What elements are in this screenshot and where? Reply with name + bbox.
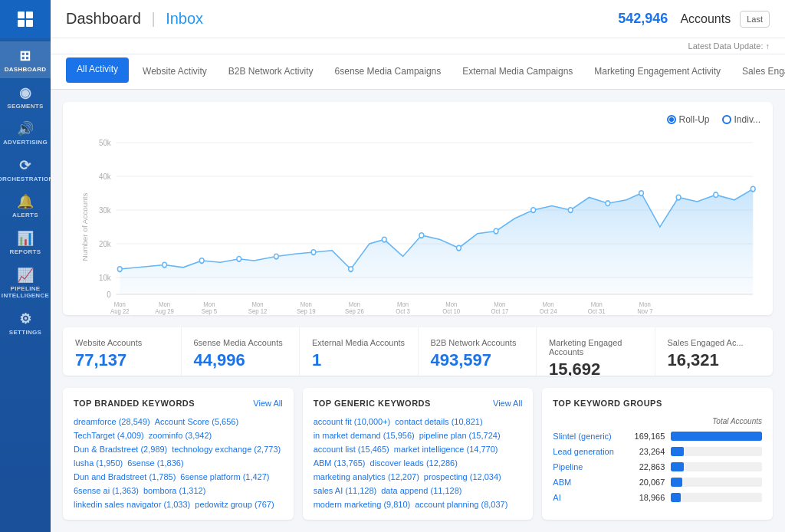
branded-keyword-tag[interactable]: Dun and Bradstreet (1,785)	[74, 472, 176, 481]
date-range-button[interactable]: Last	[740, 11, 770, 28]
sidebar-item-advertising[interactable]: 🔊 ADVERTISING	[0, 114, 51, 151]
sidebar-item-settings[interactable]: ⚙ SETTINGS	[0, 304, 51, 341]
metric-website-value: 77,137	[75, 350, 169, 370]
alerts-icon: 🔔	[17, 195, 34, 209]
sidebar-item-label: ADVERTISING	[3, 139, 48, 146]
generic-keyword-tag[interactable]: prospecting (12,034)	[424, 472, 501, 481]
pipeline-icon: 📈	[17, 268, 34, 282]
generic-keyword-tag[interactable]: sales AI (11,128)	[314, 486, 377, 495]
branded-keyword-tag[interactable]: pedowitz group (767)	[195, 500, 274, 509]
branded-keyword-tag[interactable]: TechTarget (4,009)	[74, 431, 144, 440]
svg-point-17	[311, 250, 316, 255]
keyword-groups-column-header: Total Accounts	[553, 417, 762, 425]
branded-keyword-tag[interactable]: 6sense platform (1,427)	[180, 472, 269, 481]
sidebar-item-alerts[interactable]: 🔔 ALERTS	[0, 187, 51, 224]
orchestration-icon: ⟳	[19, 159, 31, 172]
branded-keyword-tag[interactable]: Dun & Bradstreet (2,989)	[74, 445, 167, 454]
metrics-row: Website Accounts 77,137 6sense Media Acc…	[63, 327, 773, 376]
tab-sales-engagement[interactable]: Sales Engagement Activi...	[731, 57, 785, 88]
svg-text:10k: 10k	[99, 274, 111, 283]
metric-6sense-value: 44,996	[194, 350, 287, 370]
individual-option[interactable]: Indiv...	[722, 114, 760, 125]
branded-keyword-tag[interactable]: dreamforce (28,549)	[74, 417, 150, 426]
sidebar-item-reports[interactable]: 📊 REPORTS	[0, 224, 51, 261]
sidebar-logo[interactable]	[0, 0, 51, 38]
generic-keyword-tag[interactable]: modern marketing (9,810)	[314, 500, 411, 509]
content-area: Roll-Up Indiv...	[51, 90, 785, 532]
metric-website: Website Accounts 77,137	[63, 327, 182, 376]
keyword-group-bar	[671, 462, 684, 471]
sidebar-item-pipeline[interactable]: 📈 PIPELINE INTELLIGENCE	[0, 261, 51, 304]
svg-text:Sep 19: Sep 19	[297, 307, 316, 316]
individual-label: Indiv...	[734, 114, 760, 125]
metric-external-value: 1	[312, 350, 406, 370]
branded-keyword-tag[interactable]: zoominfo (3,942)	[149, 431, 212, 440]
generic-keyword-tag[interactable]: data append (11,128)	[381, 486, 461, 495]
metric-b2b-label: B2B Network Accounts	[431, 338, 524, 347]
grid-icon	[18, 11, 33, 27]
keyword-group-bar-container	[671, 462, 762, 471]
keyword-group-name[interactable]: AI	[553, 493, 622, 502]
svg-text:Oct 17: Oct 17	[491, 307, 508, 316]
branded-keyword-tag[interactable]: 6sense ai (1,363)	[74, 486, 139, 495]
generic-keyword-tag[interactable]: account planning (8,037)	[415, 500, 507, 509]
generic-keyword-tag[interactable]: discover leads (12,286)	[370, 458, 458, 468]
svg-point-24	[568, 208, 573, 213]
metric-6sense-media: 6sense Media Accounts 44,996	[182, 327, 301, 376]
generic-keyword-tag[interactable]: account fit (10,000+)	[314, 417, 391, 426]
tab-b2b-network[interactable]: B2B Network Activity	[218, 57, 324, 88]
generic-keyword-tag[interactable]: in market demand (15,956)	[314, 431, 415, 440]
keyword-group-name[interactable]: Slintel (generic)	[553, 432, 622, 441]
latest-update-bar: Latest Data Update: ↑	[51, 38, 785, 54]
branded-keyword-tag[interactable]: 6sense (1,836)	[127, 458, 183, 468]
branded-keywords-view-all[interactable]: View All	[253, 399, 282, 408]
keyword-group-row: ABM20,067	[553, 478, 762, 487]
accounts-count: 542,946	[618, 11, 668, 27]
svg-text:Sep 26: Sep 26	[345, 307, 364, 316]
tab-marketing-engagement[interactable]: Marketing Engagement Activity	[583, 57, 731, 88]
branded-keyword-tag[interactable]: technology exchange (2,773)	[172, 445, 281, 454]
generic-keywords-panel: TOP GENERIC KEYWORDS View All account fi…	[303, 388, 534, 520]
sidebar-item-dashboard[interactable]: ⊞ DASHBOARD	[0, 41, 51, 78]
keyword-group-bar	[671, 493, 681, 502]
metric-sales-engaged: Sales Engaged Ac... 16,321	[655, 327, 774, 376]
branded-keywords-panel: TOP BRANDED KEYWORDS View All dreamforce…	[63, 388, 294, 520]
branded-keyword-tag[interactable]: Account Score (5,656)	[155, 417, 238, 426]
generic-keyword-tag[interactable]: account list (15,465)	[314, 445, 389, 454]
generic-keyword-tag[interactable]: contact details (10,821)	[395, 417, 482, 426]
generic-keyword-tag[interactable]: pipeline plan (15,724)	[419, 431, 501, 440]
generic-keyword-tag[interactable]: market intelligence (14,770)	[394, 445, 498, 454]
svg-point-21	[457, 245, 461, 251]
generic-keyword-tag[interactable]: marketing analytics (12,207)	[314, 472, 419, 481]
svg-point-29	[751, 186, 755, 192]
branded-keyword-tag[interactable]: bombora (1,312)	[143, 486, 205, 495]
generic-keyword-tag[interactable]: ABM (13,765)	[314, 458, 366, 468]
svg-text:Number of Accounts: Number of Accounts	[81, 192, 88, 261]
branded-keyword-tag[interactable]: linkedin sales navigator (1,033)	[74, 500, 190, 509]
rollup-radio[interactable]	[667, 115, 676, 124]
tab-external-media[interactable]: External Media Campaigns	[452, 57, 583, 88]
tab-6sense-media[interactable]: 6sense Media Campaigns	[324, 57, 452, 88]
svg-text:Oct 3: Oct 3	[396, 307, 410, 316]
individual-radio[interactable]	[722, 115, 731, 124]
keyword-group-bar-container	[671, 447, 762, 456]
keyword-group-name[interactable]: Lead generation	[553, 447, 622, 456]
sidebar-item-orchestration[interactable]: ⟳ ORCHESTRATION	[0, 151, 51, 188]
svg-text:Sep 5: Sep 5	[202, 307, 218, 316]
bottom-panels: TOP BRANDED KEYWORDS View All dreamforce…	[63, 388, 773, 520]
keyword-group-name[interactable]: Pipeline	[553, 462, 622, 471]
tab-all-activity[interactable]: All Activity	[66, 57, 129, 83]
tab-bar: All Activity Website Activity B2B Networ…	[51, 54, 785, 90]
header-inbox[interactable]: Inbox	[166, 10, 203, 27]
branded-keywords-header: TOP BRANDED KEYWORDS View All	[74, 399, 283, 408]
tab-website-activity[interactable]: Website Activity	[132, 57, 218, 88]
branded-keyword-tag[interactable]: lusha (1,950)	[74, 458, 123, 468]
metric-marketing-label: Marketing Engaged Accounts	[549, 338, 642, 356]
generic-keywords-view-all[interactable]: View All	[493, 399, 522, 408]
settings-icon: ⚙	[19, 312, 31, 326]
header-separator: |	[151, 10, 155, 27]
keyword-group-name[interactable]: ABM	[553, 478, 622, 487]
rollup-option[interactable]: Roll-Up	[667, 114, 710, 125]
sidebar-item-segments[interactable]: ◉ SEGMENTS	[0, 78, 51, 115]
branded-keywords-title: TOP BRANDED KEYWORDS	[74, 399, 195, 408]
